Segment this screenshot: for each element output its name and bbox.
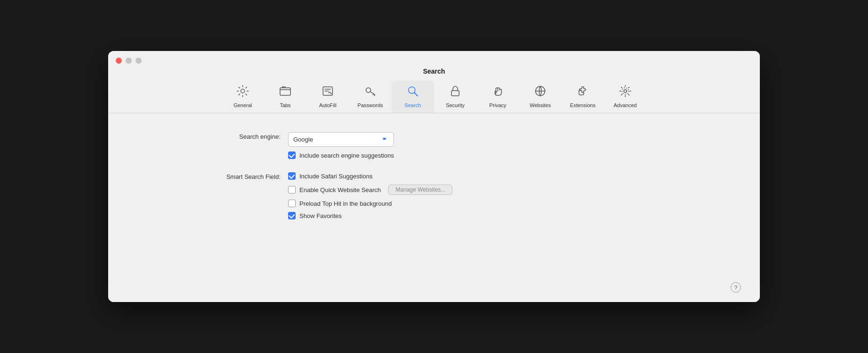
include-suggestions-checkbox[interactable] <box>288 151 296 159</box>
quick-website-search-row: Enable Quick Website Search Manage Websi… <box>288 185 452 195</box>
svg-point-13 <box>624 90 627 92</box>
tab-advanced-label: Advanced <box>614 102 637 108</box>
tab-general[interactable]: General <box>221 81 264 113</box>
svg-line-10 <box>415 93 418 96</box>
tab-tabs-label: Tabs <box>280 102 290 108</box>
maximize-button[interactable] <box>136 58 142 64</box>
settings-area: Search engine: Google Include search eng… <box>108 132 760 219</box>
search-engine-row: Search engine: Google Include search eng… <box>203 132 665 159</box>
tab-security[interactable]: Security <box>434 81 477 113</box>
tab-search-label: Search <box>405 102 421 108</box>
tab-search[interactable]: Search <box>391 81 434 113</box>
search-engine-controls: Google Include search engine suggestions <box>288 132 394 159</box>
manage-websites-button[interactable]: Manage Websites... <box>388 185 452 195</box>
tab-extensions-label: Extensions <box>570 102 596 108</box>
tab-privacy[interactable]: Privacy <box>477 81 519 113</box>
tab-extensions[interactable]: Extensions <box>562 81 604 113</box>
tab-autofill[interactable]: AutoFill <box>306 81 349 113</box>
svg-point-14 <box>622 88 629 94</box>
svg-rect-1 <box>280 88 290 95</box>
close-button[interactable] <box>116 58 122 64</box>
content-area: Search engine: Google Include search eng… <box>108 113 760 302</box>
tab-passwords-label: Passwords <box>357 102 383 108</box>
tab-passwords[interactable]: Passwords <box>349 81 391 113</box>
traffic-lights <box>116 58 142 64</box>
tab-websites-label: Websites <box>529 102 551 108</box>
search-engine-dropdown[interactable]: Google <box>288 132 394 147</box>
search-engine-value: Google <box>293 136 313 143</box>
autofill-icon <box>321 84 334 100</box>
dropdown-arrow-icon <box>380 134 389 144</box>
window-title: Search <box>423 67 445 75</box>
safari-suggestions-label: Include Safari Suggestions <box>299 173 373 180</box>
preload-top-hit-label: Preload Top Hit in the background <box>299 200 392 207</box>
show-favorites-checkbox[interactable] <box>288 212 296 219</box>
content-wrapper: Search engine: Google Include search eng… <box>108 113 760 302</box>
lock-icon <box>449 84 462 100</box>
gear-icon <box>236 84 249 100</box>
show-favorites-label: Show Favorites <box>299 212 342 219</box>
tab-websites[interactable]: Websites <box>519 81 562 113</box>
gear-advanced-icon <box>619 84 632 100</box>
show-favorites-row: Show Favorites <box>288 212 452 219</box>
safari-suggestions-row: Include Safari Suggestions <box>288 172 452 180</box>
quick-website-search-checkbox[interactable] <box>288 186 296 193</box>
include-suggestions-row: Include search engine suggestions <box>288 151 394 159</box>
search-engine-label: Search engine: <box>203 132 281 140</box>
preload-top-hit-checkbox[interactable] <box>288 200 296 207</box>
smart-search-label: Smart Search Field: <box>203 172 281 180</box>
preferences-window: Search General Tabs AutoF <box>108 51 760 302</box>
tab-security-label: Security <box>446 102 465 108</box>
globe-icon <box>534 84 547 100</box>
help-button-container: ? <box>731 282 741 293</box>
tab-tabs[interactable]: Tabs <box>264 81 306 113</box>
tab-privacy-label: Privacy <box>489 102 506 108</box>
preload-top-hit-row: Preload Top Hit in the background <box>288 200 452 207</box>
quick-website-search-label: Enable Quick Website Search <box>299 186 381 193</box>
svg-rect-11 <box>451 91 459 96</box>
svg-point-0 <box>241 89 245 93</box>
toolbar: General Tabs AutoFill P <box>221 81 647 113</box>
tab-general-label: General <box>233 102 252 108</box>
search-icon <box>406 84 419 100</box>
include-suggestions-label: Include search engine suggestions <box>299 152 394 159</box>
safari-suggestions-checkbox[interactable] <box>288 172 296 180</box>
tab-advanced[interactable]: Advanced <box>604 81 647 113</box>
tab-autofill-label: AutoFill <box>319 102 337 108</box>
tabs-icon <box>279 84 292 100</box>
help-icon: ? <box>734 284 737 291</box>
hand-icon <box>491 84 504 100</box>
titlebar: Search General Tabs AutoF <box>108 51 760 113</box>
smart-search-controls: Include Safari Suggestions Enable Quick … <box>288 172 452 219</box>
minimize-button[interactable] <box>126 58 132 64</box>
key-icon <box>364 84 377 100</box>
smart-search-row: Smart Search Field: Include Safari Sugge… <box>203 172 665 219</box>
puzzle-icon <box>576 84 589 100</box>
help-button[interactable]: ? <box>731 282 741 293</box>
